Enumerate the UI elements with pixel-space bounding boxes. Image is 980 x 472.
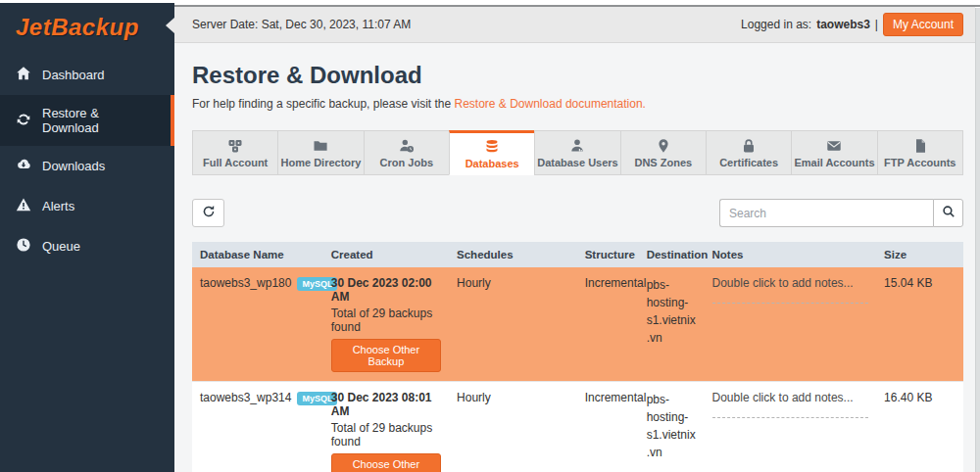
tab-dns-zones[interactable]: DNS Zones: [620, 130, 707, 175]
folder-icon: [313, 138, 328, 154]
size-value: 16.40 KB: [876, 382, 963, 472]
sidebar-item-label: Dashboard: [42, 68, 105, 82]
notes-placeholder[interactable]: Double click to add notes...: [712, 276, 869, 290]
col-schedules: Schedules: [449, 242, 577, 267]
backups-table: Database Name Created Schedules Structur…: [192, 242, 963, 472]
scrollbar-track[interactable]: [975, 8, 980, 472]
tab-ftp-accounts[interactable]: FTP Accounts: [877, 130, 963, 175]
tab-database-users[interactable]: Database Users: [534, 130, 620, 175]
col-created: Created: [323, 242, 449, 267]
structure-value: Incremental: [577, 382, 639, 472]
tab-label: Certificates: [719, 157, 778, 168]
help-text: For help finding a specific backup, plea…: [192, 97, 963, 111]
choose-other-backup-button[interactable]: Choose Other Backup: [331, 339, 441, 372]
sidebar-item-label: Downloads: [42, 159, 105, 173]
cubes-icon: [227, 138, 243, 154]
choose-other-backup-button[interactable]: Choose Other Backup: [331, 453, 441, 472]
tab-databases[interactable]: Databases: [449, 130, 535, 175]
jetbackup-app: JetBackup Dashboard Restore & Download D…: [0, 0, 980, 472]
search-icon: [942, 205, 956, 221]
database-name: taowebs3_wp180: [200, 276, 291, 290]
sidebar: JetBackup Dashboard Restore & Download D…: [0, 3, 174, 472]
tab-label: FTP Accounts: [884, 157, 956, 168]
sidebar-item-dashboard[interactable]: Dashboard: [0, 55, 174, 95]
tab-full-account[interactable]: Full Account: [192, 130, 278, 175]
created-date: 30 Dec 2023 02:00 AM: [331, 276, 441, 304]
search-button[interactable]: [933, 199, 963, 227]
tab-label: Email Accounts: [794, 157, 874, 168]
tab-label: Databases: [466, 158, 519, 169]
col-destination: Destination: [639, 242, 705, 267]
home-icon: [16, 66, 31, 84]
table-toolbar: [192, 199, 963, 227]
created-date: 30 Dec 2023 08:01 AM: [331, 391, 441, 418]
table-row-selected[interactable]: taowebs3_wp180MySQL 30 Dec 2023 02:00 AM…: [192, 267, 963, 382]
logged-in-label: Logged in as:: [741, 18, 811, 31]
refresh-button[interactable]: [192, 199, 224, 227]
separator: |: [875, 18, 878, 31]
structure-value: Incremental: [577, 267, 639, 382]
database-icon: [484, 139, 500, 155]
search-group: [719, 199, 963, 227]
jetbackup-logo: JetBackup: [0, 3, 174, 55]
sidebar-item-restore-download[interactable]: Restore & Download: [0, 95, 174, 146]
tab-label: DNS Zones: [634, 157, 692, 168]
col-size: Size: [876, 242, 963, 267]
cloud-download-icon: [16, 157, 31, 175]
notes-underline: [712, 417, 869, 418]
map-pin-icon: [656, 138, 671, 154]
tab-label: Database Users: [537, 157, 618, 168]
clock-icon: [16, 237, 31, 256]
tab-home-directory[interactable]: Home Directory: [277, 130, 364, 175]
sidebar-item-label: Alerts: [42, 199, 74, 213]
my-account-button[interactable]: My Account: [883, 13, 963, 36]
lock-icon: [741, 138, 757, 154]
topbar: Server Date: Sat, Dec 30, 2023, 11:07 AM…: [174, 7, 975, 43]
tab-email-accounts[interactable]: Email Accounts: [791, 130, 877, 175]
destination-value: pbs-hosting-s1.vietnix.vn: [639, 267, 705, 382]
backups-found-text: Total of 29 backups found: [331, 307, 441, 334]
sidebar-item-label: Queue: [42, 239, 80, 254]
col-structure: Structure: [577, 242, 639, 267]
notes-placeholder[interactable]: Double click to add notes...: [712, 391, 869, 404]
page-title: Restore & Download: [192, 62, 963, 89]
table-header-row: Database Name Created Schedules Structur…: [192, 242, 963, 267]
sidebar-item-alerts[interactable]: Alerts: [0, 186, 174, 226]
file-icon: [912, 138, 928, 154]
tab-label: Home Directory: [281, 157, 362, 168]
user-clock-icon: [399, 138, 415, 154]
table-row[interactable]: taowebs3_wp314MySQL 30 Dec 2023 08:01 AM…: [192, 382, 963, 472]
sidebar-item-downloads[interactable]: Downloads: [0, 146, 174, 186]
content-area: Server Date: Sat, Dec 30, 2023, 11:07 AM…: [174, 7, 975, 472]
documentation-link[interactable]: Restore & Download documentation.: [455, 97, 646, 111]
username: taowebs3: [816, 18, 870, 31]
user-icon: [569, 138, 585, 154]
schedules-value: Hourly: [449, 267, 577, 382]
backup-type-tabs: Full Account Home Directory Cron Jobs Da…: [192, 130, 963, 175]
server-date: Server Date: Sat, Dec 30, 2023, 11:07 AM: [192, 18, 411, 31]
backups-found-text: Total of 29 backups found: [331, 421, 441, 448]
sidebar-item-label: Restore & Download: [42, 106, 159, 135]
tab-label: Cron Jobs: [380, 157, 433, 168]
tab-label: Full Account: [203, 157, 268, 168]
sidebar-item-queue[interactable]: Queue: [0, 226, 174, 266]
search-input[interactable]: [719, 199, 933, 227]
notes-underline: [712, 303, 869, 304]
col-notes: Notes: [705, 242, 877, 267]
alert-triangle-icon: [16, 197, 31, 215]
size-value: 15.04 KB: [876, 267, 963, 382]
database-name: taowebs3_wp314: [200, 391, 291, 404]
destination-value: pbs-hosting-s1.vietnix.vn: [639, 382, 705, 472]
col-database-name: Database Name: [192, 242, 323, 267]
sync-icon: [16, 112, 31, 130]
refresh-icon: [202, 205, 216, 221]
schedules-value: Hourly: [449, 382, 577, 472]
tab-certificates[interactable]: Certificates: [706, 130, 792, 175]
envelope-icon: [826, 138, 842, 154]
tab-cron-jobs[interactable]: Cron Jobs: [364, 130, 450, 175]
